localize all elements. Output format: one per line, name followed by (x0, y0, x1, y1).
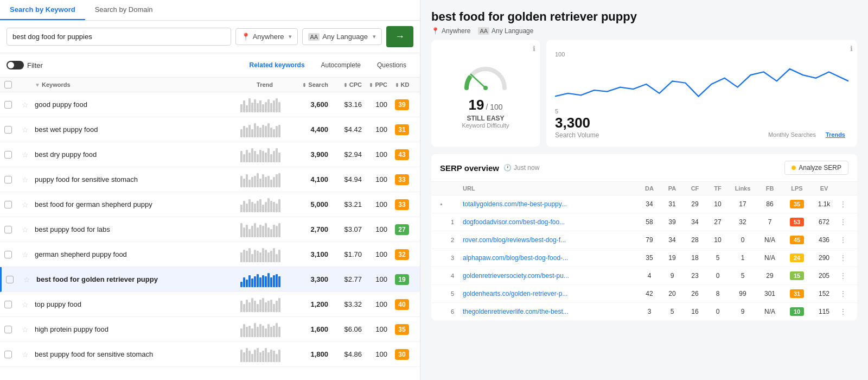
trend-bars (240, 147, 289, 162)
table-row[interactable]: ☆ best puppy food for sensitive stomach … (0, 342, 420, 367)
ev-value: 1.1k (810, 200, 838, 208)
star-icon-7[interactable]: ☆ (23, 275, 30, 284)
star-icon-0[interactable]: ☆ (22, 100, 29, 109)
cpc-value: $3.21 (329, 200, 362, 208)
table-row[interactable]: ☆ german shepherd puppy food ⧉ ↗ 3,100 $… (0, 242, 420, 267)
row-checkbox-7[interactable] (6, 276, 14, 283)
location-select[interactable]: 📍 Anywhere ▾ (235, 28, 298, 45)
serp-url[interactable]: goldenhearts.co/golden-retriever-p... (463, 290, 638, 297)
row-checkbox-8[interactable] (4, 301, 12, 308)
star-icon-3[interactable]: ☆ (22, 175, 29, 184)
row-checkbox-9[interactable] (4, 326, 12, 333)
more-button[interactable]: ⋮ (838, 290, 848, 297)
trend-bars (240, 322, 289, 337)
col-header-cpc[interactable]: ⇕ CPC (329, 81, 362, 88)
table-row[interactable]: ☆ puppy food for sensitive stomach ⧉ ↗ 4… (0, 167, 420, 192)
col-da-header: DA (638, 185, 661, 192)
star-icon-6[interactable]: ☆ (22, 250, 29, 259)
search-input[interactable] (7, 28, 231, 46)
serp-url[interactable]: thegoldenretrieverlife.com/the-best... (463, 308, 638, 315)
serp-url[interactable]: dogfoodadvisor.com/best-dog-foo... (463, 218, 638, 226)
links-value: 0 (729, 236, 756, 244)
table-row[interactable]: ☆ best wet puppy food ⧉ ↗ 4,400 $4.42 10… (0, 117, 420, 142)
detail-meta: 📍 Anywhere AA Any Language (431, 27, 857, 35)
table-row[interactable]: ☆ best puppy food for labs ⧉ ↗ 2,700 $3.… (0, 217, 420, 242)
links-value: 99 (729, 290, 756, 297)
star-icon-5[interactable]: ☆ (22, 225, 29, 234)
star-icon-9[interactable]: ☆ (22, 325, 29, 334)
analyze-serp-button[interactable]: Analyze SERP (784, 161, 848, 175)
table-row[interactable]: ☆ top puppy food ⧉ ↗ 1,200 $3.32 100 40 (0, 292, 420, 317)
tab-questions[interactable]: Questions (370, 58, 413, 73)
row-checkbox-6[interactable] (4, 251, 12, 258)
star-icon-8[interactable]: ☆ (22, 300, 29, 309)
tab-search-domain[interactable]: Search by Domain (85, 0, 163, 20)
more-button[interactable]: ⋮ (838, 236, 848, 244)
ppc-value: 100 (363, 225, 387, 233)
trend-bars (240, 272, 289, 287)
serp-url[interactable]: alphapaw.com/blog/best-dog-food-... (463, 254, 638, 262)
chart-label-100: 100 (555, 51, 565, 58)
vol-tab-trends[interactable]: Trends (822, 130, 848, 139)
table-row[interactable]: ☆ best food for golden retriever puppy ⧉… (0, 267, 420, 292)
language-select[interactable]: AA Any Language ▾ (302, 28, 382, 45)
kd-badge: 40 (388, 300, 416, 308)
cpc-value: $1.70 (329, 250, 362, 258)
col-header-keyword: ▼ Keywords (35, 81, 239, 88)
cpc-value: $2.77 (329, 275, 362, 283)
tab-autocomplete[interactable]: Autocomplete (314, 58, 368, 73)
ppc-value: 100 (363, 350, 387, 358)
ppc-value: 100 (363, 150, 387, 159)
serp-url[interactable]: goldenretrieversociety.com/best-pu... (463, 272, 638, 280)
col-header-ppc[interactable]: ⇕ PPC (363, 81, 387, 88)
ev-value: 205 (810, 272, 838, 280)
more-button[interactable]: ⋮ (838, 254, 848, 262)
serp-url[interactable]: rover.com/blog/reviews/best-dog-f... (463, 236, 638, 244)
vol-tab-monthly[interactable]: Monthly Searches (765, 130, 819, 139)
star-icon-1[interactable]: ☆ (22, 125, 29, 134)
col-lps-header: LPS (783, 185, 810, 192)
kd-info-icon[interactable]: ℹ (533, 45, 535, 53)
col-header-search[interactable]: ⇕ Search (290, 81, 328, 88)
volume-tabs: Monthly Searches Trends (765, 130, 848, 139)
more-button[interactable]: ⋮ (838, 200, 848, 208)
star-icon-4[interactable]: ☆ (22, 200, 29, 209)
row-checkbox-3[interactable] (4, 176, 12, 183)
search-tabs: Search by Keyword Search by Domain (0, 0, 420, 21)
table-row[interactable]: ☆ best dry puppy food ⧉ ↗ 3,900 $2.94 10… (0, 142, 420, 167)
more-button[interactable]: ⋮ (838, 272, 848, 280)
filter-toggle[interactable]: Filter (7, 61, 43, 69)
keyword-text: top puppy food (35, 300, 81, 308)
star-icon-2[interactable]: ☆ (22, 150, 29, 159)
col-header-kd[interactable]: ⇕ KD (388, 81, 416, 88)
table-row[interactable]: ☆ good puppy food ⧉ ↗ 3,600 $3.16 100 39 (0, 92, 420, 117)
row-checkbox-5[interactable] (4, 226, 12, 233)
go-button[interactable]: → (386, 26, 413, 47)
chart-label-5: 5 (555, 108, 848, 115)
tab-search-keyword[interactable]: Search by Keyword (0, 0, 85, 20)
header-checkbox[interactable] (4, 81, 12, 88)
cpc-value: $3.16 (329, 100, 362, 109)
kd-badge: 30 (388, 350, 416, 358)
serp-url[interactable]: totallygoldens.com/the-best-puppy... (463, 200, 638, 208)
left-panel: Search by Keyword Search by Domain 📍 Any… (0, 0, 420, 380)
row-checkbox-10[interactable] (4, 351, 12, 358)
row-checkbox-0[interactable] (4, 101, 12, 109)
table-row[interactable]: ☆ best food for german shepherd puppy ⧉ … (0, 192, 420, 217)
toggle-switch[interactable] (7, 61, 24, 69)
star-icon-10[interactable]: ☆ (22, 350, 29, 359)
search-value: 2,700 (290, 225, 328, 233)
serp-row: 4 goldenretrieversociety.com/best-pu... … (431, 267, 857, 285)
more-button[interactable]: ⋮ (838, 218, 848, 226)
row-checkbox-1[interactable] (4, 126, 12, 134)
vol-info-icon[interactable]: ℹ (850, 45, 853, 53)
rank-number: 5 (451, 290, 463, 297)
more-button[interactable]: ⋮ (838, 308, 848, 315)
cpc-value: $4.86 (329, 350, 362, 358)
row-checkbox-2[interactable] (4, 151, 12, 159)
tab-related-keywords[interactable]: Related keywords (242, 58, 312, 73)
table-row[interactable]: ☆ high protein puppy food ⧉ ↗ 1,600 $6.0… (0, 317, 420, 342)
serp-rows: ▪ totallygoldens.com/the-best-puppy... 3… (431, 195, 857, 320)
row-checkbox-4[interactable] (4, 201, 12, 208)
detail-title: best food for golden retriever puppy (431, 10, 857, 24)
